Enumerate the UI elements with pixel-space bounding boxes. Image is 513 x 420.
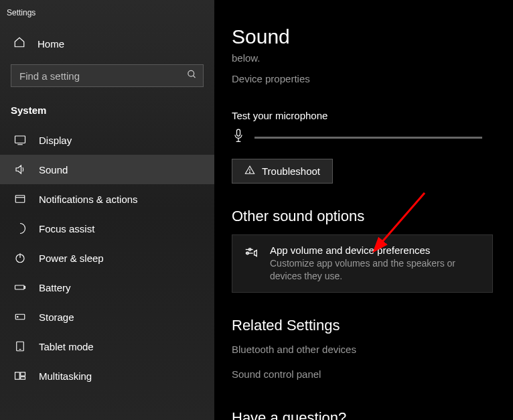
sound-control-panel-link[interactable]: Sound control panel bbox=[232, 368, 496, 380]
search-wrap bbox=[11, 64, 204, 87]
sidebar-item-label: Storage bbox=[39, 311, 74, 323]
section-label-system: System bbox=[0, 99, 214, 125]
card-desc: Customize app volumes and the speakers o… bbox=[270, 257, 482, 283]
sidebar-item-tablet-mode[interactable]: Tablet mode bbox=[0, 332, 214, 361]
main-content: Sound below. Device properties Test your… bbox=[214, 0, 513, 420]
troubleshoot-label: Troubleshoot bbox=[262, 165, 320, 177]
svg-rect-17 bbox=[237, 129, 240, 136]
storage-icon bbox=[13, 311, 27, 323]
sidebar-item-label: Power & sleep bbox=[39, 253, 104, 264]
sidebar-item-label: Focus assist bbox=[39, 223, 94, 234]
svg-rect-8 bbox=[15, 285, 25, 289]
microphone-icon bbox=[232, 128, 245, 147]
sidebar-item-label: Sound bbox=[39, 164, 68, 176]
sidebar-item-label: Multitasking bbox=[39, 370, 92, 382]
battery-icon bbox=[13, 281, 27, 293]
svg-rect-4 bbox=[15, 196, 25, 203]
sidebar-item-storage[interactable]: Storage bbox=[0, 302, 214, 332]
svg-point-21 bbox=[249, 172, 250, 173]
sidebar-item-notifications[interactable]: Notifications & actions bbox=[0, 184, 214, 214]
window-title: Settings bbox=[0, 5, 214, 29]
sidebar-item-label: Battery bbox=[39, 282, 71, 293]
svg-rect-14 bbox=[15, 372, 20, 380]
home-icon bbox=[13, 36, 25, 51]
warning-icon bbox=[244, 165, 255, 178]
display-icon bbox=[13, 134, 27, 146]
sidebar: Settings Home System Display Sound Notif… bbox=[0, 0, 214, 420]
related-heading: Related Settings bbox=[232, 317, 496, 334]
focus-assist-icon bbox=[13, 222, 27, 234]
sidebar-item-focus-assist[interactable]: Focus assist bbox=[0, 214, 214, 243]
sidebar-item-display[interactable]: Display bbox=[0, 125, 214, 155]
truncated-text: below. bbox=[232, 52, 496, 64]
card-title: App volume and device preferences bbox=[270, 244, 482, 256]
sidebar-item-power-sleep[interactable]: Power & sleep bbox=[0, 243, 214, 273]
sidebar-item-sound[interactable]: Sound bbox=[0, 155, 214, 184]
svg-point-11 bbox=[17, 316, 19, 318]
multitasking-icon bbox=[13, 370, 27, 382]
sidebar-item-label: Display bbox=[39, 135, 72, 146]
svg-rect-9 bbox=[24, 287, 25, 289]
svg-rect-16 bbox=[21, 377, 25, 380]
search-input[interactable] bbox=[11, 64, 204, 87]
sound-icon bbox=[13, 163, 27, 176]
home-nav[interactable]: Home bbox=[0, 29, 214, 58]
power-icon bbox=[13, 252, 27, 264]
page-title: Sound bbox=[232, 25, 496, 48]
troubleshoot-button[interactable]: Troubleshoot bbox=[232, 159, 333, 184]
sidebar-item-label: Tablet mode bbox=[39, 341, 94, 352]
app-volume-card[interactable]: App volume and device preferences Custom… bbox=[232, 234, 493, 293]
other-options-heading: Other sound options bbox=[232, 208, 496, 225]
bluetooth-link[interactable]: Bluetooth and other devices bbox=[232, 344, 496, 355]
svg-rect-15 bbox=[21, 372, 25, 376]
device-properties-link[interactable]: Device properties bbox=[232, 73, 496, 84]
sidebar-item-battery[interactable]: Battery bbox=[0, 273, 214, 302]
sidebar-item-multitasking[interactable]: Multitasking bbox=[0, 361, 214, 391]
notifications-icon bbox=[13, 193, 27, 205]
home-label: Home bbox=[38, 38, 64, 50]
test-mic-label: Test your microphone bbox=[232, 110, 496, 121]
question-heading: Have a question? bbox=[232, 409, 496, 420]
sliders-icon bbox=[243, 244, 259, 283]
sidebar-item-label: Notifications & actions bbox=[39, 194, 138, 205]
mic-row bbox=[232, 128, 496, 147]
mic-level-bar bbox=[254, 137, 482, 139]
svg-rect-2 bbox=[15, 136, 25, 143]
tablet-icon bbox=[13, 340, 27, 352]
